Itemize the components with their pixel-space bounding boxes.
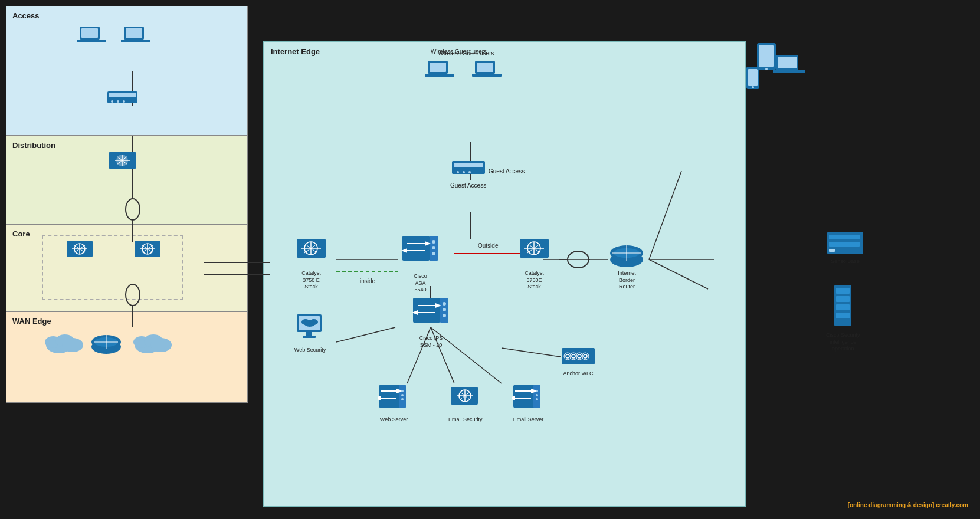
cisco-asa-label: CiscoASA5540 <box>414 273 427 294</box>
svg-point-95 <box>432 240 435 244</box>
cisco-asa: CiscoASA5540 <box>401 233 440 294</box>
svg-rect-77 <box>472 74 502 77</box>
svg-rect-89 <box>402 236 430 261</box>
guest-access-title: Guest Access <box>489 168 525 175</box>
svg-point-123 <box>443 308 446 311</box>
wan-cloud-1 <box>44 324 91 354</box>
svg-rect-172 <box>836 288 850 294</box>
web-security-label: Web Security <box>294 347 326 354</box>
email-security: Email Security <box>448 382 483 423</box>
guest-access-switch: Guest Access <box>450 159 486 189</box>
svg-point-132 <box>401 394 404 396</box>
guest-access-label: Guest Access <box>450 182 486 189</box>
svg-rect-34 <box>126 28 142 38</box>
border-router: InternetBorderRouter <box>608 239 646 291</box>
web-server-label: Web Server <box>380 416 408 423</box>
svg-rect-165 <box>759 45 774 67</box>
svg-point-112 <box>301 319 310 325</box>
svg-rect-114 <box>306 332 312 336</box>
zone-core-label: Core <box>12 229 30 238</box>
laptop-1 <box>77 24 106 47</box>
svg-marker-145 <box>512 396 515 400</box>
svg-rect-162 <box>778 57 797 68</box>
catalyst-left-label: Catalyst3750 EStack <box>301 270 321 291</box>
svg-rect-115 <box>303 336 316 338</box>
zone-access-label: Access <box>12 11 40 20</box>
cisco-ips-label: Cisco IPSSSM - 20 <box>419 335 443 349</box>
wan-router <box>89 329 124 356</box>
svg-point-148 <box>536 398 538 400</box>
svg-rect-175 <box>836 313 850 318</box>
svg-rect-169 <box>829 242 860 247</box>
svg-point-124 <box>443 314 446 317</box>
cisco-security-intel: Cisco Securityintelligenceoperation <box>826 283 860 353</box>
senso-base-label: Senso Base <box>831 258 860 265</box>
svg-point-131 <box>401 390 404 392</box>
svg-point-160 <box>752 86 754 88</box>
senso-base: Senso Base <box>826 230 864 265</box>
creatly-text: [online diagramming & design] <box>848 502 935 508</box>
zone-distribution-label: Distribution <box>12 141 55 150</box>
cisco-ips: Cisco IPSSSM - 20 <box>412 295 450 349</box>
svg-point-96 <box>432 246 435 249</box>
svg-point-40 <box>123 100 125 103</box>
svg-point-66 <box>150 338 172 352</box>
creatly-suffix: .com <box>955 502 968 508</box>
svg-rect-149 <box>562 348 595 364</box>
diagram-container: Access Distribution Core WAN Edge Intern… <box>6 6 974 513</box>
catalyst-right-label: Catalyst3750EStack <box>525 270 544 291</box>
email-security-label: Email Security <box>448 416 483 423</box>
email-server-label: Email Server <box>513 416 544 423</box>
svg-point-97 <box>432 252 435 255</box>
distribution-switch <box>106 149 139 181</box>
svg-rect-174 <box>836 304 850 310</box>
core-switch-1 <box>65 239 94 268</box>
wireless-laptop-2 <box>472 59 502 83</box>
svg-point-39 <box>117 100 119 103</box>
access-switch <box>106 88 139 106</box>
svg-rect-170 <box>829 249 835 252</box>
cisco-security-label: Cisco Securityintelligenceoperation <box>826 332 860 353</box>
wireless-laptop-1 <box>425 59 454 83</box>
tablet-right <box>755 41 779 74</box>
svg-point-80 <box>457 171 459 173</box>
svg-point-146 <box>536 390 538 392</box>
svg-rect-74 <box>425 74 454 77</box>
svg-rect-31 <box>81 28 98 38</box>
svg-marker-130 <box>378 396 381 400</box>
svg-rect-116 <box>413 298 440 323</box>
svg-rect-37 <box>109 93 136 97</box>
svg-point-122 <box>443 302 446 306</box>
wireless-guests-title: Wireless Guest users <box>431 48 487 55</box>
internet-edge-box: Internet Edge <box>263 41 746 507</box>
border-router-label: InternetBorderRouter <box>618 270 636 291</box>
svg-rect-35 <box>121 40 150 42</box>
creatly-badge: [online diagramming & design] creatly.co… <box>848 502 968 508</box>
zone-core: Core <box>6 224 248 311</box>
svg-rect-168 <box>829 235 860 239</box>
web-server: Web Server <box>378 382 410 423</box>
svg-rect-73 <box>430 63 446 72</box>
svg-point-38 <box>111 100 113 103</box>
svg-point-166 <box>765 68 768 70</box>
catalyst-left: Catalyst3750 EStack <box>295 236 327 291</box>
svg-rect-79 <box>454 163 483 167</box>
wan-cloud-2 <box>133 324 180 354</box>
svg-point-81 <box>463 171 465 173</box>
core-switch-2 <box>133 239 162 268</box>
laptop-2 <box>121 24 150 47</box>
svg-rect-76 <box>477 63 493 72</box>
web-security: Web Security <box>294 313 326 354</box>
internet-edge-label: Internet Edge <box>271 47 320 56</box>
svg-rect-173 <box>836 296 850 302</box>
svg-point-82 <box>468 171 471 173</box>
creatly-brand: creatly <box>936 502 955 508</box>
zone-wan: WAN Edge <box>6 311 248 403</box>
svg-point-133 <box>401 398 404 400</box>
email-server: Email Server <box>512 382 545 423</box>
svg-point-147 <box>536 394 538 396</box>
anchor-wlc: Anchor WLC <box>561 345 596 377</box>
svg-point-62 <box>62 338 83 352</box>
anchor-wlc-label: Anchor WLC <box>563 370 593 377</box>
svg-point-113 <box>310 319 318 325</box>
